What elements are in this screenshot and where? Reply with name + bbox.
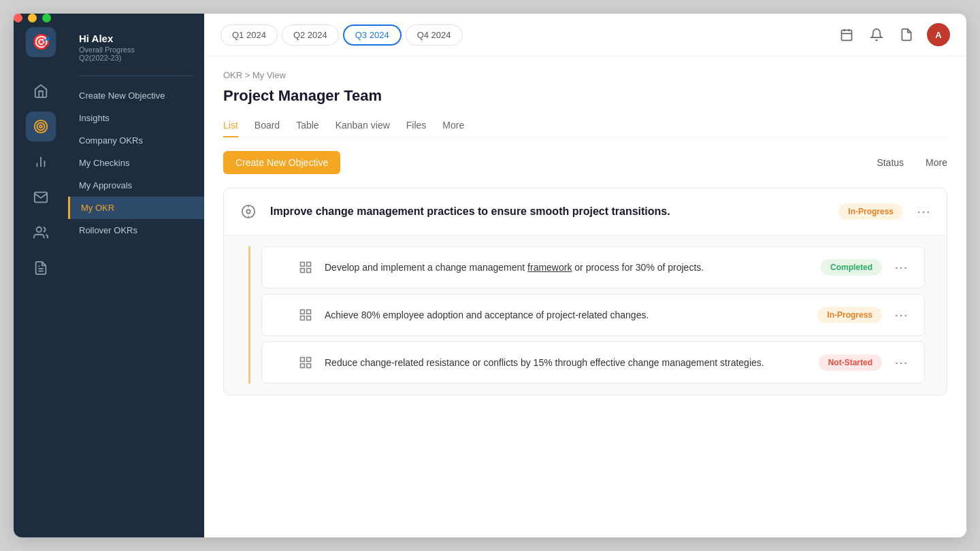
icon-sidebar: 🎯	[14, 14, 68, 537]
traffic-light-green[interactable]	[42, 14, 51, 22]
tab-table[interactable]: Table	[296, 114, 318, 137]
nav-icon-team[interactable]	[26, 218, 56, 248]
svg-rect-25	[301, 358, 305, 362]
svg-rect-22	[307, 310, 311, 314]
sidebar-item-insights[interactable]: Insights	[68, 107, 204, 129]
app-logo: 🎯	[26, 27, 56, 57]
nav-icon-analytics[interactable]	[26, 147, 56, 177]
status-label: Status	[877, 157, 904, 168]
quarter-tab-q3[interactable]: Q3 2024	[343, 24, 402, 46]
svg-rect-26	[307, 358, 311, 362]
nav-icon-okr[interactable]	[26, 112, 56, 141]
kr-wrapper: Develop and implement a change managemen…	[248, 246, 936, 384]
svg-point-6	[37, 227, 42, 232]
toolbar-right: Status More	[877, 157, 947, 168]
sidebar-item-rollover[interactable]: Rollover OKRs	[68, 219, 204, 241]
objective-icon	[238, 201, 259, 222]
key-results-section: Develop and implement a change managemen…	[224, 235, 947, 395]
kr-title-2: Achieve 80% employee adoption and accept…	[325, 308, 808, 322]
kr-status-badge-1: Completed	[821, 259, 882, 276]
svg-rect-24	[307, 316, 311, 320]
main-sidebar: Hi Alex Overall Progress Q2(2022-23) Cre…	[68, 14, 204, 537]
tab-more[interactable]: More	[442, 114, 464, 137]
svg-point-1	[37, 123, 45, 131]
svg-rect-23	[301, 316, 305, 320]
svg-rect-20	[307, 269, 311, 273]
kr-icon-1	[296, 258, 315, 277]
svg-rect-28	[307, 364, 311, 368]
svg-rect-18	[307, 263, 311, 267]
tab-files[interactable]: Files	[406, 114, 427, 137]
svg-rect-9	[842, 30, 852, 40]
kr-status-badge-2: In-Progress	[817, 307, 882, 323]
create-objective-button[interactable]: Create New Objective	[223, 151, 340, 174]
tab-kanban[interactable]: Kanban view	[336, 114, 390, 137]
quarter-tabs: Q1 2024 Q2 2024 Q3 2024 Q4 2024	[220, 24, 463, 46]
sidebar-user: Hi Alex Overall Progress Q2(2022-23)	[68, 24, 204, 76]
top-bar-icons: A	[837, 23, 950, 46]
svg-point-2	[39, 125, 42, 128]
kr-more-button-2[interactable]: ⋯	[892, 307, 911, 323]
view-tabs: List Board Table Kanban view Files More	[223, 114, 947, 137]
breadcrumb: OKR > My View	[223, 70, 947, 80]
kr-title-3: Reduce change-related resistance or conf…	[325, 356, 809, 370]
nav-icon-reports[interactable]	[26, 253, 56, 283]
page-title: Project Manager Team	[223, 87, 947, 105]
kr-item-1: Develop and implement a change managemen…	[261, 246, 925, 288]
quarter-tab-q2[interactable]: Q2 2024	[282, 24, 339, 46]
objective-card: Improve change management practices to e…	[223, 188, 947, 395]
logo-icon: 🎯	[32, 33, 50, 51]
kr-title-1: Develop and implement a change managemen…	[325, 261, 811, 275]
kr-status-badge-3: Not-Started	[819, 354, 882, 371]
sidebar-item-my-okr[interactable]: My OKR	[68, 197, 204, 219]
sidebar-item-create-objective[interactable]: Create New Objective	[68, 84, 204, 107]
svg-rect-21	[301, 310, 305, 314]
nav-icon-home[interactable]	[26, 76, 56, 106]
objective-header: Improve change management practices to e…	[224, 188, 947, 235]
svg-rect-19	[301, 269, 305, 273]
avatar[interactable]: A	[927, 23, 950, 46]
kr-icon-2	[296, 305, 315, 324]
tab-board[interactable]: Board	[255, 114, 280, 137]
kr-more-button-1[interactable]: ⋯	[892, 259, 911, 276]
nav-icon-messages[interactable]	[26, 182, 56, 212]
kr-item-3: Reduce change-related resistance or conf…	[261, 341, 925, 384]
quarter-tab-q4[interactable]: Q4 2024	[406, 24, 463, 46]
objective-status-badge: In-Progress	[838, 203, 903, 220]
content-area: OKR > My View Project Manager Team List …	[204, 56, 966, 537]
sidebar-item-approvals[interactable]: My Approvals	[68, 174, 204, 197]
kr-item-2: Achieve 80% employee adoption and accept…	[261, 294, 925, 336]
objective-more-button[interactable]: ⋯	[914, 203, 933, 220]
sidebar-item-checkins[interactable]: My Checkins	[68, 152, 204, 174]
bell-icon[interactable]	[867, 25, 886, 44]
svg-rect-27	[301, 364, 305, 368]
quarter-tab-q1[interactable]: Q1 2024	[220, 24, 278, 46]
sidebar-progress-label: Overall Progress Q2(2022-23)	[79, 46, 193, 62]
svg-point-14	[246, 210, 250, 214]
main-content: Q1 2024 Q2 2024 Q3 2024 Q4 2024 A	[204, 14, 966, 537]
objective-title: Improve change management practices to e…	[270, 204, 828, 219]
kr-icon-3	[296, 353, 315, 372]
sidebar-greeting: Hi Alex	[79, 33, 193, 44]
toolbar: Create New Objective Status More	[223, 151, 947, 174]
svg-rect-17	[301, 263, 305, 267]
calendar-icon[interactable]	[837, 25, 856, 44]
sidebar-item-company-okrs[interactable]: Company OKRs	[68, 129, 204, 152]
traffic-light-red[interactable]	[14, 14, 22, 22]
svg-point-13	[242, 205, 255, 218]
more-label[interactable]: More	[926, 157, 947, 168]
top-bar: Q1 2024 Q2 2024 Q3 2024 Q4 2024 A	[204, 14, 966, 56]
document-icon[interactable]	[897, 25, 916, 44]
traffic-light-yellow[interactable]	[28, 14, 37, 22]
kr-more-button-3[interactable]: ⋯	[892, 354, 911, 371]
sidebar-divider	[79, 76, 193, 76]
tab-list[interactable]: List	[223, 114, 238, 137]
